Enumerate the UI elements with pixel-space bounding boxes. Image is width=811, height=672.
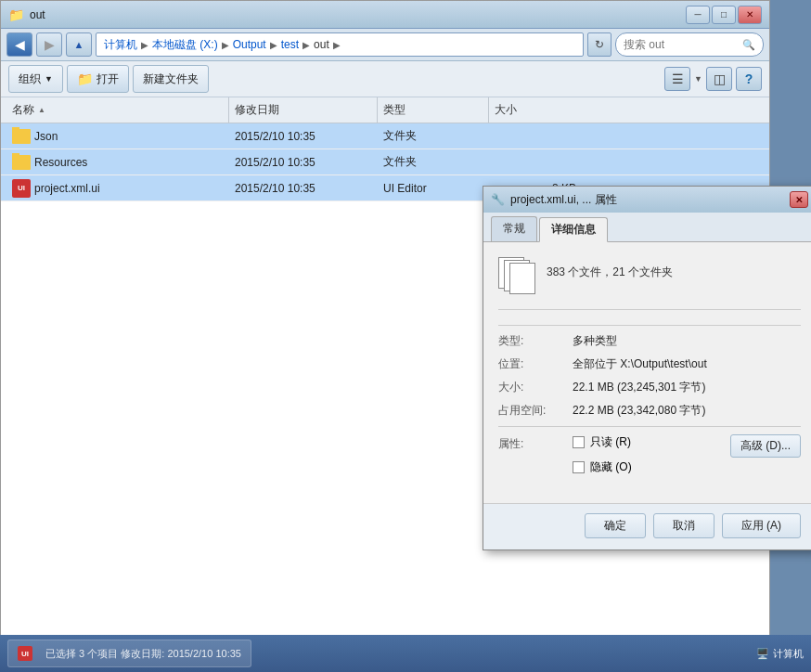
title-bar-left: 📁 out [8, 7, 45, 22]
readonly-checkbox[interactable] [573, 436, 585, 448]
folder-btn-icon: 📁 [77, 71, 93, 86]
search-icon: 🔍 [742, 39, 755, 51]
pane-toggle-button[interactable]: ◫ [706, 67, 732, 91]
disk-size-label: 占用空间: [498, 403, 573, 419]
size-value: 22.1 MB (23,245,301 字节) [573, 380, 801, 395]
dialog-icon: 🔧 [491, 193, 505, 206]
taskbar-right: 🖥️ 计算机 [756, 647, 804, 661]
taskbar-computer[interactable]: 🖥️ 计算机 [756, 647, 804, 661]
new-folder-label: 新建文件夹 [143, 71, 199, 87]
dialog-title-label: project.xml.ui, ... 属性 [510, 192, 617, 208]
open-button[interactable]: 📁 打开 [67, 65, 129, 93]
ok-button[interactable]: 确定 [585, 513, 646, 538]
attributes-label: 属性: [498, 434, 573, 452]
address-crumb-3[interactable]: Output [233, 38, 266, 51]
taskbar-item[interactable]: UI 已选择 3 个项目 修改日期: 2015/2/10 10:35 [7, 640, 251, 667]
advanced-button[interactable]: 高级 (D)... [730, 434, 801, 458]
organize-label: 组织 [19, 71, 41, 87]
dialog-title-bar: 🔧 project.xml.ui, ... 属性 ✕ [483, 187, 811, 213]
tab-general[interactable]: 常规 [491, 216, 537, 241]
dialog-row-disk-size: 占用空间: 22.2 MB (23,342,080 字节) [498, 403, 801, 419]
file-name-resources: Resources [6, 153, 229, 172]
readonly-label: 只读 (R) [590, 434, 631, 450]
view-options-button[interactable]: ☰ [664, 67, 690, 91]
type-value: 多种类型 [573, 333, 801, 349]
maximize-button[interactable]: □ [712, 6, 736, 24]
crumb-arrow: ▶ [333, 40, 341, 50]
taskbar-icon: UI [18, 646, 32, 661]
table-row[interactable]: Json 2015/2/10 10:35 文件夹 [1, 123, 769, 149]
type-label: 类型: [498, 333, 573, 349]
back-button[interactable]: ◀ [6, 32, 32, 57]
title-bar-controls: ─ □ ✕ [686, 6, 762, 24]
search-box[interactable]: 🔍 [615, 32, 764, 57]
col-header-date[interactable]: 修改日期 [229, 97, 378, 123]
dialog-file-section: 383 个文件，21 个文件夹 [498, 257, 801, 310]
open-label: 打开 [97, 71, 119, 87]
file-name-label: project.xml.ui [34, 182, 100, 195]
sort-arrow-name: ▲ [38, 106, 45, 114]
new-folder-button[interactable]: 新建文件夹 [133, 65, 209, 93]
address-crumb-1[interactable]: 计算机 [104, 37, 137, 53]
file-type-resources: 文件夹 [378, 154, 489, 170]
folder-icon [12, 127, 31, 146]
dialog-row-size: 大小: 22.1 MB (23,245,301 字节) [498, 380, 801, 395]
up-button[interactable]: ▲ [66, 32, 92, 57]
title-bar-text: out [30, 8, 45, 21]
size-label: 大小: [498, 380, 573, 395]
search-input[interactable] [624, 38, 739, 51]
crumb-sep-3: ▶ [270, 40, 277, 50]
minimize-button[interactable]: ─ [686, 6, 710, 24]
address-crumb-5[interactable]: out [314, 38, 329, 51]
address-crumb-4[interactable]: test [281, 38, 299, 51]
hidden-row: 隐藏 (O) [573, 459, 632, 475]
col-header-size[interactable]: 大小 [489, 97, 582, 123]
disk-size-value: 22.2 MB (23,342,080 字节) [573, 403, 801, 419]
file-date-project: 2015/2/10 10:35 [229, 182, 378, 195]
organize-dropdown-icon: ▼ [45, 74, 53, 84]
forward-button[interactable]: ▶ [36, 32, 62, 57]
doc-page-3 [509, 263, 535, 294]
address-crumb-2[interactable]: 本地磁盘 (X:) [152, 37, 218, 53]
hidden-label: 隐藏 (O) [590, 459, 632, 475]
apply-button[interactable]: 应用 (A) [722, 513, 801, 538]
computer-label: 计算机 [773, 647, 804, 661]
explorer-icon: 📁 [8, 7, 24, 22]
attributes-checkboxes: 只读 (R) 隐藏 (O) [573, 434, 632, 481]
file-name-json: Json [6, 127, 229, 146]
tab-details[interactable]: 详细信息 [539, 217, 608, 242]
crumb-sep-1: ▶ [141, 40, 148, 50]
hidden-checkbox[interactable] [573, 461, 585, 473]
computer-icon: 🖥️ [756, 648, 769, 660]
crumb-sep-2: ▶ [222, 40, 229, 50]
divider-1 [498, 325, 801, 326]
col-header-name[interactable]: 名称 ▲ [6, 97, 229, 123]
location-value: 全部位于 X:\Output\test\out [573, 356, 801, 372]
close-button[interactable]: ✕ [738, 6, 762, 24]
file-date-resources: 2015/2/10 10:35 [229, 156, 378, 169]
col-header-type[interactable]: 类型 [378, 97, 489, 123]
refresh-button[interactable]: ↻ [587, 32, 611, 57]
address-bar-area: ◀ ▶ ▲ 计算机 ▶ 本地磁盘 (X:) ▶ Output ▶ test ▶ … [1, 29, 769, 61]
file-name-label: Resources [34, 156, 87, 169]
organize-button[interactable]: 组织 ▼ [8, 65, 63, 93]
address-box[interactable]: 计算机 ▶ 本地磁盘 (X:) ▶ Output ▶ test ▶ out ▶ [96, 32, 584, 57]
dialog-content: 383 个文件，21 个文件夹 类型: 多种类型 位置: 全部位于 X:\Out… [483, 242, 811, 503]
dialog-close-button[interactable]: ✕ [790, 191, 808, 208]
dialog-row-location: 位置: 全部位于 X:\Output\test\out [498, 356, 801, 372]
file-type-project: UI Editor [378, 182, 489, 195]
file-count-info: 383 个文件，21 个文件夹 [547, 257, 673, 280]
taskbar: UI 已选择 3 个项目 修改日期: 2015/2/10 10:35 🖥️ 计算… [0, 635, 811, 672]
help-button[interactable]: ? [736, 67, 762, 91]
ui-file-icon: UI [12, 179, 31, 198]
divider-2 [498, 426, 801, 427]
table-row[interactable]: Resources 2015/2/10 10:35 文件夹 [1, 149, 769, 175]
dialog-tabs: 常规 详细信息 [483, 213, 811, 242]
column-headers: 名称 ▲ 修改日期 类型 大小 [1, 97, 769, 123]
title-bar: 📁 out ─ □ ✕ [1, 1, 769, 29]
dialog-attributes-section: 属性: 只读 (R) 隐藏 (O) 高级 (D)... [498, 434, 801, 481]
cancel-button[interactable]: 取消 [653, 513, 714, 538]
location-label: 位置: [498, 356, 573, 372]
properties-dialog: 🔧 project.xml.ui, ... 属性 ✕ 常规 详细信息 383 个… [483, 186, 811, 550]
file-name-project: UI project.xml.ui [6, 179, 229, 198]
